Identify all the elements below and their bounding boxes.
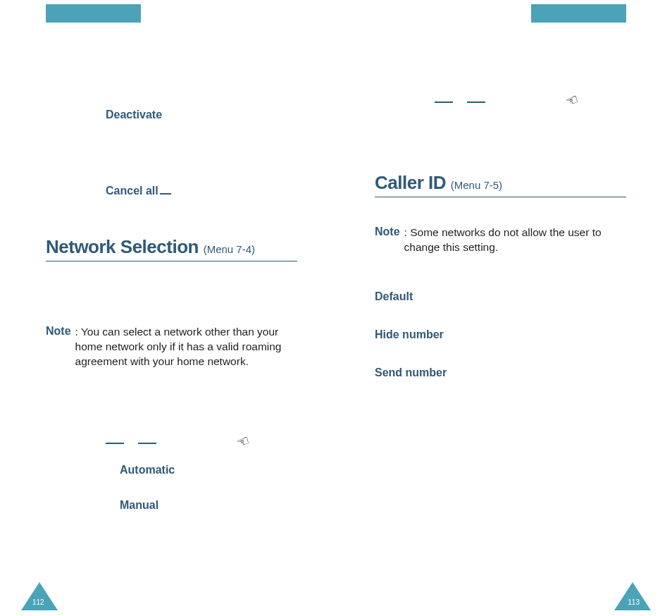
network-selection-menu-ref: (Menu 7-4)	[204, 243, 255, 255]
hide-number-label: Hide number	[375, 328, 444, 340]
section-divider	[46, 261, 297, 261]
section-divider-right	[375, 197, 626, 197]
option-deactivate: Deactivate	[106, 109, 297, 121]
page-number-left: 112	[32, 598, 44, 606]
cancel-all-label: Cancel all	[106, 185, 158, 197]
underline-r1	[435, 101, 453, 103]
right-content: ☜ Caller ID (Menu 7-5) Note : Some netwo…	[375, 0, 626, 379]
caller-id-menu-ref: (Menu 7-5)	[451, 179, 502, 191]
option-cancel-all: Cancel all	[106, 185, 297, 197]
page-spread: Deactivate Cancel all Network Selection …	[0, 0, 672, 616]
note-caller-id: Note : Some networks do not allow the us…	[375, 226, 626, 255]
automatic-label: Automatic	[120, 464, 175, 476]
network-selection-title: Network Selection	[46, 236, 199, 257]
option-automatic: Automatic	[120, 464, 297, 476]
header-bar-right	[531, 4, 626, 23]
hand-cursor-icon: ☜	[235, 431, 252, 451]
glyph-row-left: ☜	[46, 433, 297, 450]
page-right: ☜ Caller ID (Menu 7-5) Note : Some netwo…	[336, 0, 672, 616]
note-network: Note : You can select a network other th…	[46, 325, 297, 369]
note-label: Note	[46, 325, 71, 369]
page-corner-left	[21, 582, 58, 610]
page-corner-right	[614, 582, 651, 610]
caller-id-title: Caller ID	[375, 172, 446, 193]
underline-1	[106, 443, 124, 444]
page-number-right: 113	[628, 598, 640, 606]
page-left: Deactivate Cancel all Network Selection …	[0, 0, 336, 616]
underline-2	[138, 443, 156, 444]
manual-label: Manual	[120, 499, 158, 511]
note-text-right: : Some networks do not allow the user to…	[404, 226, 626, 255]
option-default: Default	[375, 290, 626, 303]
header-bar-left	[46, 4, 141, 23]
left-content: Deactivate Cancel all Network Selection …	[46, 0, 297, 512]
option-send-number: Send number	[375, 366, 626, 379]
note-text: : You can select a network other than yo…	[75, 325, 297, 369]
note-label-right: Note	[375, 226, 400, 255]
option-manual: Manual	[120, 499, 297, 512]
underline-decor	[160, 193, 171, 195]
default-label: Default	[375, 290, 413, 302]
deactivate-label: Deactivate	[106, 109, 162, 121]
glyph-row-right: ☜	[375, 92, 626, 109]
underline-pair	[106, 436, 170, 449]
hand-cursor-icon-right: ☜	[564, 90, 581, 111]
underline-pair-right	[435, 95, 499, 108]
section-network-selection: Network Selection (Menu 7-4)	[46, 236, 297, 258]
section-caller-id: Caller ID (Menu 7-5)	[375, 172, 626, 194]
underline-r2	[467, 101, 485, 103]
option-hide-number: Hide number	[375, 328, 626, 341]
send-number-label: Send number	[375, 366, 447, 378]
